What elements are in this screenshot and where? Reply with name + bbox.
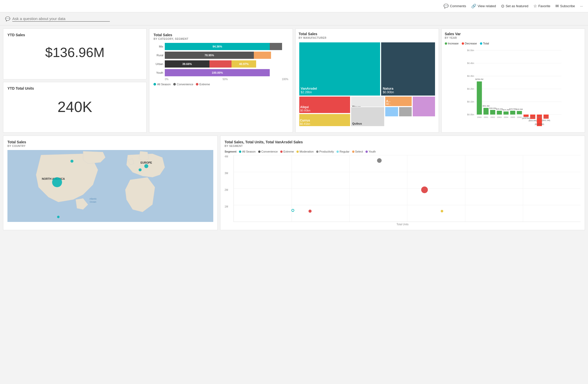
toolbar: 💬 Comments 🔗 View related ⊙ Set as featu…	[0, 0, 588, 12]
ytd-units-tile: YTD Total Units 240K	[3, 82, 147, 133]
favorite-label: Favorite	[538, 4, 550, 8]
salesvar-legend: Increase Decrease Total	[445, 42, 582, 45]
qa-input[interactable]	[12, 16, 110, 22]
svg-text:EUROPE: EUROPE	[141, 161, 152, 164]
svg-text:2008: 2008	[530, 116, 535, 118]
set-featured-icon: ⊙	[501, 4, 504, 8]
scatter-dot-productivity	[316, 151, 319, 153]
ytd-units-value: 240K	[7, 98, 142, 115]
legend-extreme-scatter: Extreme	[280, 150, 294, 153]
favorite-button[interactable]: ☆ Favorite	[533, 4, 550, 8]
svg-text:($137.9M): ($137.9M)	[535, 123, 544, 125]
map-container[interactable]: NORTH AMERICA EUROPE Atlantic Ocean	[7, 150, 213, 222]
map-dot-europe1[interactable]	[144, 164, 148, 168]
subscribe-label: Subscribe	[560, 4, 575, 8]
bar-2005[interactable]	[510, 111, 515, 115]
svg-text:$0.4bn: $0.4bn	[467, 62, 474, 64]
ytd-sales-value: $136.96M	[7, 45, 142, 60]
map-dot-canada[interactable]	[71, 160, 74, 163]
bar-2001[interactable]	[483, 108, 488, 115]
scatter-dot-productivity-point[interactable]	[377, 158, 382, 163]
svg-text:$258.2M: $258.2M	[475, 78, 483, 80]
treemap-vanarsdel[interactable]: VanArsdel $2.28bn	[299, 42, 381, 96]
svg-text:2005: 2005	[510, 116, 515, 118]
bar-container-mix: 94.36%	[165, 43, 288, 50]
axis-100: 100%	[282, 78, 288, 81]
scatter-dot-moderation	[296, 151, 299, 153]
bar-container-rural: 78.95%	[165, 52, 288, 59]
comments-icon: 💬	[444, 4, 449, 8]
legend-label-increase: Increase	[448, 42, 459, 45]
scatter-label-regular: Regular	[340, 150, 350, 153]
ytd-sales-title: YTD Sales	[7, 33, 142, 37]
treemap-vanarsdel-label: VanArsdel	[301, 87, 379, 90]
segment-label: Segment	[225, 150, 236, 153]
scatter-dot-select	[352, 151, 354, 153]
more-button[interactable]: ···	[580, 4, 583, 8]
scatter-dot-extreme	[280, 151, 283, 153]
svg-text:$0.0bn: $0.0bn	[467, 113, 474, 116]
legend-allseason: All Season	[153, 83, 171, 86]
treemap-a[interactable]: A... $0...	[385, 96, 412, 107]
scatter-dot-extreme-point[interactable]	[421, 186, 428, 193]
map-dot-europe2[interactable]	[139, 168, 142, 171]
qa-bar: 💬	[0, 12, 588, 25]
svg-text:$0.3bn: $0.3bn	[467, 75, 474, 77]
y-label-2m: 2M	[225, 189, 233, 191]
view-related-button[interactable]: 🔗 View related	[471, 4, 496, 8]
scatter-plot	[234, 155, 581, 222]
treemap-aliqui[interactable]: Aliqui $0.60bn	[299, 96, 351, 114]
bar-container-youth: 100.00%	[165, 69, 288, 76]
svg-text:$0.2bn: $0.2bn	[467, 88, 474, 90]
treemap-quibus-label: Quibus	[352, 122, 383, 125]
bottom-row: Total Sales BY COUNTRY	[0, 136, 588, 233]
bar-2003[interactable]	[497, 111, 502, 115]
map-svg: NORTH AMERICA EUROPE Atlantic Ocean	[7, 150, 213, 222]
legend-decrease: Decrease	[462, 42, 477, 45]
legend-convenience: Convenience	[173, 83, 193, 86]
svg-text:2002: 2002	[490, 116, 495, 118]
svg-text:2006: 2006	[517, 116, 522, 118]
bar-2006[interactable]	[517, 111, 522, 114]
axis-0: 0%	[165, 78, 168, 81]
scatter-tile: Total Sales, Total Units, Total VanArsde…	[220, 136, 585, 230]
treemap-natura[interactable]: Natura $0.90bn	[381, 42, 435, 96]
legend-dot-decrease	[462, 42, 464, 45]
bar-row-youth: Youth 100.00%	[153, 69, 288, 76]
set-featured-button[interactable]: ⊙ Set as featured	[501, 4, 528, 8]
bar-legend: All Season Convenience Extreme	[153, 83, 288, 86]
treemap-small2	[399, 107, 412, 117]
vgrid-1	[292, 155, 292, 222]
subscribe-button[interactable]: ✉ Subscribe	[555, 4, 575, 8]
scatter-label-moderation: Moderation	[300, 150, 314, 153]
treemap-natura-label: Natura	[383, 87, 433, 90]
bar-2000[interactable]	[477, 81, 482, 115]
map-dot-south[interactable]	[57, 216, 60, 218]
bar-2004[interactable]	[503, 111, 508, 115]
total-sales-category-tile: Total Sales BY CATEGORY, SEGMENT Mix 94.…	[149, 29, 293, 133]
treemap-aliqui-value: $0.60bn	[300, 109, 349, 112]
treemap-quibus[interactable]: Quibus	[351, 107, 385, 127]
map-tile: Total Sales BY COUNTRY	[3, 136, 218, 230]
legend-convenience-scatter: Convenience	[258, 150, 278, 153]
map-dot-usa[interactable]	[52, 177, 62, 187]
scatter-label-allseason: All Season	[242, 150, 256, 153]
bar-2002[interactable]	[490, 110, 495, 115]
bar-row-mix: Mix 94.36%	[153, 43, 288, 50]
legend-youth-scatter: Youth	[365, 150, 376, 153]
qa-icon: 💬	[5, 16, 10, 21]
svg-text:$26.9M: $26.9M	[516, 108, 523, 110]
scatter-dot-moderation-point[interactable]	[441, 210, 443, 212]
scatter-dot-allseason-point[interactable]	[291, 209, 294, 212]
scatter-dot-youth-point[interactable]	[309, 210, 312, 213]
bar-label-youth: Youth	[153, 71, 163, 74]
scatter-dot-youth	[365, 151, 368, 153]
treemap-currus[interactable]: Currus $0.41bn	[299, 114, 351, 127]
scatter-dot-regular	[336, 151, 339, 153]
comments-button[interactable]: 💬 Comments	[444, 4, 466, 8]
bar-label-urban: Urban	[153, 62, 163, 65]
legend-moderation-scatter: Moderation	[296, 150, 314, 153]
svg-text:Atlantic: Atlantic	[89, 198, 97, 200]
scatter-title: Total Sales, Total Units, Total VanArsde…	[225, 140, 581, 144]
legend-dot-allseason	[153, 83, 156, 86]
